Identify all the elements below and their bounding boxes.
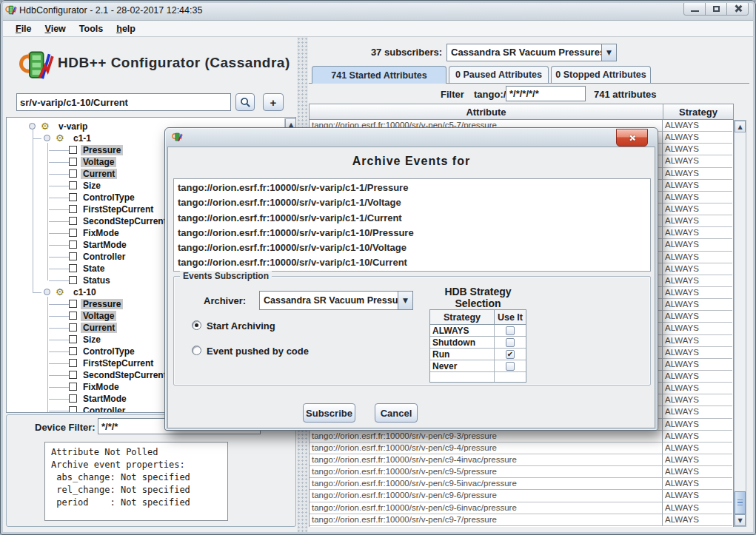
strategy-cell: ALWAYS xyxy=(663,419,732,431)
tree-checkbox[interactable] xyxy=(69,252,77,260)
tree-checkbox[interactable] xyxy=(69,323,77,332)
tree-checkbox[interactable] xyxy=(69,406,77,413)
strategy-use-cell: ✔ xyxy=(495,325,526,336)
tree-expand-handle[interactable] xyxy=(44,289,50,295)
tree-checkbox[interactable] xyxy=(69,229,77,237)
tree-checkbox[interactable] xyxy=(69,359,77,367)
dialog-attribute-item[interactable]: tango://orion.esrf.fr:10000/sr/v-varip/c… xyxy=(174,255,650,270)
tree-connector xyxy=(49,198,69,198)
strategy-checkbox[interactable]: ✔ xyxy=(506,326,515,335)
radio-start-archiving[interactable] xyxy=(192,320,201,330)
tree-connector xyxy=(49,245,69,246)
tree-attribute-label: ControlType xyxy=(81,346,137,357)
attribute-properties-box[interactable]: Attribute Not Polled Archive event prope… xyxy=(44,442,228,521)
close-button[interactable] xyxy=(726,1,749,16)
tree-checkbox[interactable] xyxy=(69,205,77,213)
tree-attribute-label: Current xyxy=(81,323,117,333)
table-row[interactable]: tango://orion.esrf.fr:10000/sr/v-pen/c9-… xyxy=(310,514,733,526)
table-row[interactable]: tango://orion.esrf.fr:10000/sr/v-pen/c9-… xyxy=(310,478,733,490)
table-row[interactable]: tango://orion.esrf.fr:10000/sr/v-pen/c9-… xyxy=(310,431,733,443)
table-row[interactable]: tango://orion.esrf.fr:10000/sr/v-pen/c9-… xyxy=(310,502,733,514)
attribute-cell: tango://orion.esrf.fr:10000/sr/v-pen/c9-… xyxy=(310,490,663,502)
tab-0-paused-attributes[interactable]: 0 Paused Attributes xyxy=(449,66,549,83)
tree-checkbox[interactable] xyxy=(69,146,77,154)
cancel-button[interactable]: Cancel xyxy=(375,403,418,423)
dialog-attribute-item[interactable]: tango://orion.esrf.fr:10000/sr/v-varip/c… xyxy=(174,211,650,226)
tree-expand-handle[interactable] xyxy=(29,123,36,129)
tree-checkbox[interactable] xyxy=(69,217,77,225)
tree-checkbox[interactable] xyxy=(69,264,77,272)
table-row[interactable]: tango://orion.esrf.fr:10000/sr/v-pen/c9-… xyxy=(310,466,733,478)
tree-connector xyxy=(49,280,69,281)
dialog-attribute-item[interactable]: tango://orion.esrf.fr:10000/sr/v-varip/c… xyxy=(174,195,650,210)
tab-0-stopped-attributes[interactable]: 0 Stopped Attributes xyxy=(551,66,651,83)
menu-item-tools[interactable]: Tools xyxy=(73,22,110,36)
archiver-combobox[interactable]: Cassandra SR Vacuum Pressures ▼ xyxy=(259,291,413,310)
tree-checkbox[interactable] xyxy=(69,276,77,284)
scroll-up-icon[interactable]: ▲ xyxy=(735,121,746,132)
table-row[interactable]: tango://orion.esrf.fr:10000/sr/v-pen/c9-… xyxy=(310,490,733,502)
strategy-cell: ALWAYS xyxy=(663,490,732,502)
strategy-cell: ALWAYS xyxy=(663,311,732,323)
tree-connector xyxy=(49,186,69,186)
add-attribute-button[interactable]: + xyxy=(263,93,284,111)
tree-checkbox[interactable] xyxy=(69,394,77,403)
dialog-icon xyxy=(172,132,183,143)
attribute-filter-input[interactable] xyxy=(506,86,586,101)
dialog-attribute-item[interactable]: tango://orion.esrf.fr:10000/sr/v-varip/c… xyxy=(174,181,650,195)
scrollbar-thumb[interactable] xyxy=(735,491,746,514)
dialog-close-button[interactable] xyxy=(616,129,648,147)
strategy-checkbox[interactable]: ✔ xyxy=(506,350,515,359)
tree-connector xyxy=(49,387,69,388)
tree-attribute-label: State xyxy=(81,263,107,274)
scroll-down-icon[interactable]: ▼ xyxy=(735,514,746,526)
tree-checkbox[interactable] xyxy=(69,371,77,379)
search-button[interactable] xyxy=(235,93,255,111)
tree-checkbox[interactable] xyxy=(69,347,77,355)
dialog-attribute-item[interactable]: tango://orion.esrf.fr:10000/sr/v-varip/c… xyxy=(174,226,650,240)
subscribe-button[interactable]: Subscribe xyxy=(303,403,355,423)
strategy-checkbox[interactable]: ✔ xyxy=(506,362,515,371)
strategy-cell: ALWAYS xyxy=(663,252,732,263)
chevron-down-icon[interactable]: ▼ xyxy=(398,292,412,309)
table-row[interactable]: tango://orion.esrf.fr:10000/sr/v-pen/c9-… xyxy=(310,443,733,454)
menu-item-help[interactable]: help xyxy=(110,22,142,36)
radio-event-pushed-by-code[interactable] xyxy=(192,346,201,355)
tree-checkbox[interactable] xyxy=(69,193,77,201)
table-scrollbar[interactable]: ▲ ▼ xyxy=(734,120,746,527)
strategy-cell: ALWAYS xyxy=(663,263,732,275)
menu-item-view[interactable]: View xyxy=(39,22,73,36)
subscriber-combobox[interactable]: Cassandra SR Vacuum Pressures ▼ xyxy=(446,44,617,61)
tree-attribute-label: ControlType xyxy=(81,192,137,203)
tree-checkbox[interactable] xyxy=(69,181,77,189)
strategy-table-header: Strategy Use It xyxy=(430,310,526,325)
menu-item-file[interactable]: File xyxy=(9,22,39,36)
tree-connector xyxy=(49,162,69,163)
chevron-down-icon[interactable]: ▼ xyxy=(601,44,616,61)
tree-checkbox[interactable] xyxy=(69,158,77,166)
subscriber-selected-value: Cassandra SR Vacuum Pressures xyxy=(447,44,601,61)
dialog-attribute-item[interactable]: tango://orion.esrf.fr:10000/sr/v-varip/c… xyxy=(174,240,650,255)
table-row[interactable]: tango://orion.esrf.fr:10000/sr/v-pen/c9-… xyxy=(310,454,733,466)
tree-checkbox[interactable] xyxy=(69,383,77,391)
tree-checkbox[interactable] xyxy=(69,312,77,320)
tree-checkbox[interactable] xyxy=(69,240,77,249)
tree-connector xyxy=(49,221,69,222)
minimize-button[interactable] xyxy=(683,1,706,16)
tree-connector xyxy=(49,257,69,258)
tree-expand-handle[interactable] xyxy=(44,135,50,141)
tree-connector xyxy=(49,233,69,234)
close-icon xyxy=(734,4,742,13)
device-gear-icon: ⚙ xyxy=(56,286,64,298)
tree-checkbox[interactable] xyxy=(69,335,77,343)
strategy-cell: ALWAYS xyxy=(663,406,732,418)
maximize-button[interactable] xyxy=(705,1,727,16)
attribute-search-input[interactable] xyxy=(16,93,231,111)
tab-741-started-attributes[interactable]: 741 Started Attributes xyxy=(312,66,446,84)
strategy-checkbox[interactable]: ✔ xyxy=(506,338,515,347)
tree-checkbox[interactable] xyxy=(69,169,77,178)
strategy-cell: ALWAYS xyxy=(663,239,732,251)
strategy-empty-cell xyxy=(430,372,495,382)
tree-checkbox[interactable] xyxy=(69,300,77,308)
menu-bar: FileViewToolshelp xyxy=(3,21,753,37)
